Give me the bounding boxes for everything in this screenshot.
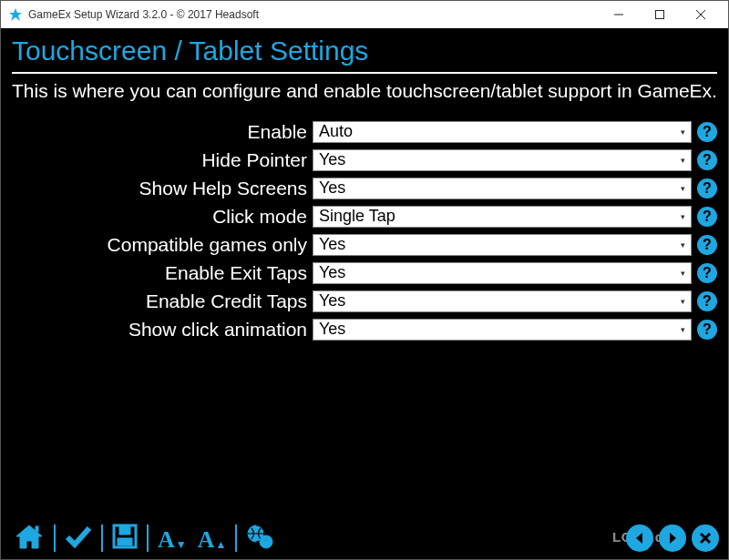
hide-pointer-select[interactable]: Yes ▾ (313, 149, 692, 171)
help-icon[interactable]: ? (697, 122, 717, 142)
app-icon (8, 7, 23, 22)
apply-button[interactable] (61, 521, 96, 552)
toolbar-separator (235, 524, 237, 552)
window-title: GameEx Setup Wizard 3.2.0 - © 2017 Heads… (28, 8, 259, 21)
nav-controls (626, 524, 719, 552)
close-button[interactable] (680, 2, 721, 27)
maximize-button[interactable] (639, 2, 680, 27)
toolbar-separator (147, 524, 149, 552)
forward-button[interactable] (659, 524, 686, 552)
chevron-down-icon: ▾ (677, 269, 685, 278)
svg-marker-14 (636, 533, 642, 544)
compatible-games-only-select[interactable]: Yes ▾ (313, 234, 692, 256)
font-increase-button[interactable]: A▲ (194, 521, 231, 552)
svg-marker-0 (9, 8, 22, 21)
home-button[interactable] (10, 521, 48, 552)
bottom-toolbar: A▼ A▲ * (10, 521, 277, 552)
save-button[interactable] (108, 521, 141, 552)
field-label: Click mode (12, 206, 313, 228)
help-icon[interactable]: ? (697, 178, 717, 199)
chevron-down-icon: ▾ (677, 184, 685, 193)
font-decrease-button[interactable]: A▼ (154, 521, 190, 552)
field-enable: Enable Auto ▾ ? (12, 119, 717, 144)
settings-form: Enable Auto ▾ ? Hide Pointer Yes ▾ ? Sho… (12, 119, 717, 341)
back-button[interactable] (626, 524, 653, 552)
help-icon[interactable]: ? (697, 291, 717, 311)
toolbar-separator (54, 524, 56, 552)
svg-text:*: * (264, 535, 269, 548)
svg-rect-6 (36, 526, 38, 532)
chevron-down-icon: ▾ (677, 240, 685, 249)
field-label: Compatible games only (12, 234, 313, 256)
field-label: Enable Exit Taps (12, 262, 313, 284)
titlebar: GameEx Setup Wizard 3.2.0 - © 2017 Heads… (1, 1, 728, 28)
content-area: Touchscreen / Tablet Settings This is wh… (1, 28, 728, 559)
help-icon[interactable]: ? (697, 320, 717, 340)
enable-credit-taps-select[interactable]: Yes ▾ (313, 290, 692, 312)
page-title: Touchscreen / Tablet Settings (12, 34, 717, 70)
field-show-help-screens: Show Help Screens Yes ▾ ? (12, 176, 717, 200)
svg-marker-15 (670, 533, 676, 544)
svg-rect-8 (119, 525, 130, 535)
field-compatible-games-only: Compatible games only Yes ▾ ? (12, 232, 717, 257)
show-help-screens-select[interactable]: Yes ▾ (313, 178, 692, 199)
help-icon[interactable]: ? (697, 207, 717, 227)
help-icon[interactable]: ? (697, 150, 717, 170)
field-label: Enable (12, 121, 313, 143)
exit-button[interactable] (692, 524, 719, 552)
help-icon[interactable]: ? (697, 263, 717, 283)
field-label: Show Help Screens (12, 178, 313, 199)
field-enable-credit-taps: Enable Credit Taps Yes ▾ ? (12, 289, 717, 313)
field-click-mode: Click mode Single Tap ▾ ? (12, 204, 717, 229)
field-show-click-animation: Show click animation Yes ▾ ? (12, 317, 717, 341)
field-label: Show click animation (12, 319, 313, 341)
app-window: GameEx Setup Wizard 3.2.0 - © 2017 Heads… (0, 0, 729, 560)
chevron-down-icon: ▾ (677, 127, 685, 137)
chevron-down-icon: ▾ (677, 297, 685, 306)
chevron-down-icon: ▾ (677, 212, 685, 221)
field-label: Enable Credit Taps (12, 290, 313, 312)
chevron-down-icon: ▾ (677, 325, 685, 334)
click-mode-select[interactable]: Single Tap ▾ (313, 206, 692, 228)
toolbar-separator (101, 524, 103, 552)
show-click-animation-select[interactable]: Yes ▾ (313, 319, 692, 341)
field-enable-exit-taps: Enable Exit Taps Yes ▾ ? (12, 260, 717, 285)
help-icon[interactable]: ? (697, 235, 717, 255)
language-button[interactable]: * (242, 521, 277, 552)
chevron-down-icon: ▾ (677, 156, 685, 165)
svg-rect-2 (655, 11, 663, 19)
enable-exit-taps-select[interactable]: Yes ▾ (313, 262, 692, 284)
page-description: This is where you can configure and enab… (12, 79, 717, 103)
title-divider (12, 72, 717, 74)
svg-rect-9 (118, 538, 132, 545)
field-hide-pointer: Hide Pointer Yes ▾ ? (12, 148, 717, 172)
enable-select[interactable]: Auto ▾ (313, 121, 692, 143)
field-label: Hide Pointer (12, 149, 313, 171)
minimize-button[interactable] (598, 2, 639, 27)
